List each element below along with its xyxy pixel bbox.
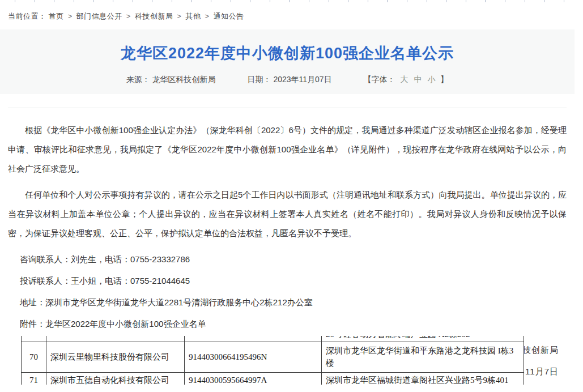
title-band: 龙华区2022年度中小微创新100强企业名单公示 来源： 龙华区科技创新局 日期… — [0, 29, 575, 94]
table-cell: 70 — [22, 342, 46, 372]
table-cell: 深圳市龙华区龙华街道和平东路港之龙科技园 I栋3楼 — [322, 342, 524, 372]
breadcrumb-items: 首页>部门信息公开>科技创新局>其他>通知公告 — [49, 12, 244, 20]
breadcrumb-separator: > — [126, 12, 131, 20]
table-row: 20号硅谷动力智能终端产业园 A2栋202 — [22, 336, 524, 342]
nav-tick — [407, 0, 407, 2]
contact-line-address: 地址：深圳市龙华区龙华街道龙华大道2281号清湖行政服务中心2栋212办公室 — [8, 293, 567, 312]
fontsize-option-0[interactable]: 大 — [400, 75, 408, 84]
nav-tick — [564, 0, 564, 2]
nav-tick — [309, 0, 309, 2]
date-label: 日期： — [247, 75, 271, 84]
breadcrumb-link-4[interactable]: 通知公告 — [214, 12, 244, 20]
nav-tick — [231, 0, 231, 2]
nav-tick — [172, 0, 172, 2]
nav-tick — [505, 0, 505, 2]
fontsize-prefix: 【字体： — [364, 75, 395, 84]
table-cell — [185, 336, 322, 342]
nav-tick — [211, 0, 211, 2]
nav-tick — [329, 0, 329, 2]
fontsize-options: 大中小 — [397, 75, 438, 84]
date-group: 日期： 2023年11月07日 — [247, 75, 334, 84]
table-cell: 91440300664195496N — [185, 342, 322, 372]
nav-tick — [544, 0, 544, 2]
fontsize-group: 【字体： 大中小 】 — [364, 75, 449, 84]
table-cell — [46, 336, 185, 342]
nav-tick — [368, 0, 368, 2]
contact-line-complaint: 投诉联系人：王小姐，电话：0755-21044645 — [8, 271, 567, 291]
nav-tick — [133, 0, 133, 2]
fontsize-option-2[interactable]: 小 — [427, 75, 435, 84]
notice-page: 当前位置： 首页>部门信息公开>科技创新局>其他>通知公告 龙华区2022年度中… — [0, 0, 575, 392]
table-cell: 深圳市龙华区福城街道章阁社区兴业路5号9栋401 — [322, 372, 524, 385]
nav-tick — [35, 0, 35, 2]
breadcrumb: 当前位置： 首页>部门信息公开>科技创新局>其他>通知公告 — [0, 0, 575, 29]
enterprise-table: 20号硅谷动力智能终端产业园 A2栋20270深圳云里物里科技股份有限公司914… — [21, 336, 524, 385]
nav-tick — [446, 0, 446, 2]
date-value: 2023年11月07日 — [273, 75, 331, 84]
fontsize-suffix: 】 — [440, 75, 448, 84]
table-cell — [22, 336, 46, 342]
table-row: 70深圳云里物里科技股份有限公司91440300664195496N深圳市龙华区… — [22, 342, 524, 372]
breadcrumb-link-1[interactable]: 部门信息公开 — [76, 12, 122, 20]
nav-tick — [525, 0, 525, 2]
nav-tick — [387, 0, 388, 2]
enterprise-table-viewport[interactable]: 20号硅谷动力智能终端产业园 A2栋20270深圳云里物里科技股份有限公司914… — [21, 336, 524, 385]
nav-tick — [270, 0, 270, 2]
table-cell: 20号硅谷动力智能终端产业园 A2栋202 — [322, 336, 524, 342]
nav-tick — [427, 0, 427, 2]
nav-tick — [250, 0, 250, 2]
nav-tick — [15, 0, 15, 2]
source-value: 龙华区科技创新局 — [152, 75, 216, 84]
nav-tick — [113, 0, 113, 2]
source-group: 来源： 龙华区科技创新局 — [126, 75, 218, 84]
nav-tick — [348, 0, 348, 2]
nav-tick — [54, 0, 54, 2]
nav-tick — [485, 0, 486, 2]
nav-tick — [152, 0, 152, 2]
nav-tick — [289, 0, 290, 2]
contact-line-attachment: 附件：龙华区2022年度中小微创新100强企业名单 — [8, 314, 567, 334]
table-cell: 71 — [22, 372, 46, 385]
breadcrumb-link-3[interactable]: 其他 — [185, 12, 201, 20]
paragraph-1: 根据《龙华区中小微创新100强企业认定办法》（深龙华科创〔2022〕6号）文件的… — [8, 121, 567, 178]
table-cell: 91440300595664997A — [185, 372, 322, 385]
breadcrumb-label: 当前位置： — [8, 12, 46, 20]
table-row: 71深圳市五德自动化科技有限公司91440300595664997A深圳市龙华区… — [22, 372, 524, 385]
source-label: 来源： — [126, 75, 150, 84]
breadcrumb-link-0[interactable]: 首页 — [49, 12, 64, 20]
breadcrumb-separator: > — [68, 12, 73, 20]
article-meta: 来源： 龙华区科技创新局 日期： 2023年11月07日 【字体： 大中小 】 — [0, 75, 575, 85]
paragraph-2: 任何单位和个人对公示事项持有异议的，请在公示之日起5个工作日内以书面形式（注明通… — [8, 185, 567, 243]
breadcrumb-separator: > — [205, 12, 209, 20]
breadcrumb-separator: > — [177, 12, 181, 20]
nav-tick — [74, 0, 74, 2]
table-zone: 龙华区科技创新局 2023年11月7日 20号硅谷动力智能终端产业园 A2栋20… — [8, 336, 567, 385]
article-body: 根据《龙华区中小微创新100强企业认定办法》（深龙华科创〔2022〕6号）文件的… — [0, 108, 575, 385]
table-cell: 深圳云里物里科技股份有限公司 — [46, 342, 185, 372]
nav-tick — [191, 0, 192, 2]
breadcrumb-link-2[interactable]: 科技创新局 — [135, 12, 173, 20]
contact-line-consult: 咨询联系人：刘先生，电话：0755-23332786 — [8, 250, 567, 269]
table-cell: 深圳市五德自动化科技有限公司 — [46, 372, 185, 385]
page-title: 龙华区2022年度中小微创新100强企业名单公示 — [0, 43, 575, 63]
nav-tick — [466, 0, 466, 2]
fontsize-option-1[interactable]: 中 — [414, 75, 422, 84]
nav-tick — [93, 0, 93, 2]
